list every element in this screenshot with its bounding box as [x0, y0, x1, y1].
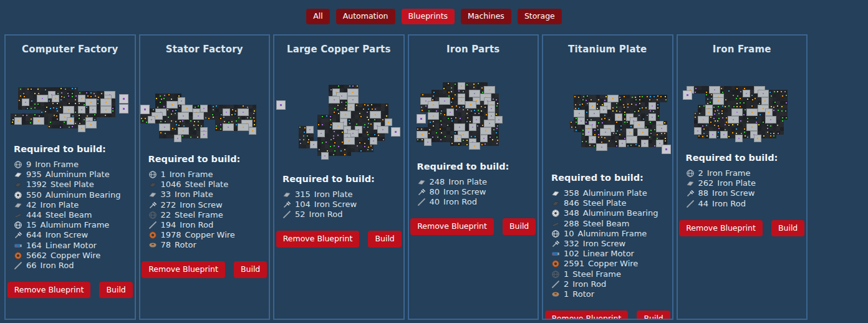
iron-plate-icon [282, 190, 291, 199]
requirement-row: 1 Steel Frame [551, 270, 666, 279]
iron-screw-icon [14, 231, 22, 239]
requirement-count: 444 [26, 211, 42, 219]
requirement-name: Steel Frame [175, 211, 223, 219]
requirement-count: 52 [295, 210, 306, 219]
linear-motor-icon [551, 249, 560, 258]
build-button[interactable]: Build [99, 282, 132, 299]
requirement-name: Iron Frame [35, 160, 79, 169]
build-button[interactable]: Build [637, 311, 670, 320]
requirement-name: Copper Wire [51, 251, 100, 260]
remove-blueprint-button[interactable]: Remove Blueprint [7, 282, 91, 299]
requirements-list: 315 Iron Plate 104 Iron Screw 52 Iron Ro… [282, 190, 397, 219]
requirement-count: 1046 [161, 180, 181, 189]
iron-plate-icon [417, 178, 426, 186]
filter-button-storage[interactable]: Storage [518, 9, 562, 24]
aluminum-plate-icon [551, 189, 560, 198]
requirement-row: 644 Iron Screw [14, 231, 128, 239]
requirement-name: Steel Frame [572, 270, 621, 279]
blueprint-preview-image [417, 82, 530, 153]
requirement-count: 10 [564, 229, 574, 238]
requirements-list: 9 Iron Frame 935 Aluminum Plate 1392 Ste… [14, 160, 128, 270]
remove-blueprint-button[interactable]: Remove Blueprint [410, 218, 494, 235]
build-button[interactable]: Build [771, 220, 804, 237]
blueprint-card: Iron Frame Required to build: 2 Iron Fra… [677, 34, 808, 320]
requirement-row: 1392 Steel Plate [14, 180, 128, 189]
requirement-row: 10 Aluminum Frame [551, 229, 666, 238]
copper-wire-icon [551, 259, 560, 268]
requirement-row: 22 Steel Frame [148, 211, 263, 219]
requirement-count: 44 [698, 200, 709, 208]
requirement-count: 272 [161, 201, 176, 210]
requirement-name: Iron Rod [443, 198, 477, 206]
requirement-count: 80 [430, 188, 440, 196]
requirement-name: Iron Screw [314, 200, 357, 209]
requirement-row: 44 Iron Rod [686, 200, 801, 208]
build-button[interactable]: Build [368, 231, 401, 248]
requirement-count: 332 [564, 239, 579, 248]
requirement-row: 2 Iron Frame [686, 169, 801, 178]
requirement-row: 248 Iron Plate [417, 178, 532, 186]
iron-screw-icon [551, 239, 560, 248]
requirement-name: Iron Screw [712, 189, 755, 198]
iron-frame-icon [148, 170, 157, 179]
requirement-name: Iron Screw [46, 231, 88, 239]
filter-button-blueprints[interactable]: Blueprints [402, 9, 455, 24]
requirements-list: 2 Iron Frame 262 Iron Plate 88 Iron Scre… [686, 169, 801, 208]
requirement-count: 1 [161, 170, 166, 179]
requirement-count: 104 [295, 200, 311, 209]
requirement-row: 1 Rotor [551, 290, 666, 299]
requirement-count: 15 [26, 221, 37, 229]
remove-blueprint-button[interactable]: Remove Blueprint [679, 220, 763, 237]
card-action-buttons: Remove Blueprint Build [410, 218, 536, 235]
requirement-count: 5662 [26, 251, 47, 260]
steel-beam-icon [551, 219, 560, 228]
requirement-name: Iron Rod [572, 280, 606, 289]
requirement-count: 9 [26, 160, 31, 169]
blueprint-card-list: Computer Factory Required to build: 9 Ir… [4, 34, 808, 320]
requirements-list: 248 Iron Plate 80 Iron Screw 40 Iron Rod [417, 178, 532, 206]
requirement-row: 104 Iron Screw [282, 200, 397, 209]
remove-blueprint-button[interactable]: Remove Blueprint [545, 311, 629, 320]
card-action-buttons: Remove Blueprint Build [679, 220, 804, 237]
iron-rod-icon [148, 221, 157, 229]
requirement-name: Steel Plate [583, 199, 627, 208]
requirement-count: 33 [161, 190, 171, 199]
steel-frame-icon [148, 211, 157, 219]
iron-frame-icon [14, 160, 22, 169]
build-button[interactable]: Build [503, 218, 536, 235]
requirements-block: Required to build: 2 Iron Frame 262 Iron… [678, 145, 807, 208]
filter-button-machines[interactable]: Machines [461, 9, 511, 24]
requirements-block: Required to build: 1 Iron Frame 1046 Ste… [140, 146, 269, 249]
steel-plate-icon [14, 180, 22, 189]
iron-rod-icon [551, 280, 560, 289]
iron-screw-icon [686, 189, 695, 198]
requirement-count: 42 [26, 201, 37, 210]
requirements-block: Required to build: 248 Iron Plate 80 Iro… [409, 153, 538, 206]
requirement-row: 88 Iron Screw [686, 189, 801, 198]
requirement-count: 1392 [26, 180, 47, 189]
requirement-name: Rotor [175, 241, 196, 249]
required-to-build-heading: Required to build: [417, 162, 532, 171]
remove-blueprint-button[interactable]: Remove Blueprint [142, 261, 225, 278]
requirement-count: 40 [430, 198, 440, 206]
requirement-count: 2 [698, 169, 703, 178]
blueprint-card-title: Iron Frame [713, 44, 771, 55]
requirement-row: 1 Iron Frame [148, 170, 263, 179]
requirement-name: Steel Beam [583, 219, 630, 228]
blueprint-preview-image [276, 85, 401, 166]
remove-blueprint-button[interactable]: Remove Blueprint [276, 231, 360, 248]
requirement-name: Copper Wire [185, 231, 235, 239]
blueprint-card-title: Large Copper Parts [287, 44, 391, 55]
copper-wire-icon [14, 251, 22, 260]
requirement-name: Aluminum Bearing [46, 191, 121, 200]
requirement-count: 194 [161, 221, 176, 229]
filter-button-automation[interactable]: Automation [336, 9, 395, 24]
requirement-name: Aluminum Plate [583, 189, 647, 198]
requirement-name: Aluminum Frame [41, 221, 110, 229]
filter-button-all[interactable]: All [306, 9, 330, 24]
required-to-build-heading: Required to build: [551, 173, 666, 183]
requirements-list: 358 Aluminum Plate 846 Steel Plate 348 A… [551, 189, 666, 299]
iron-plate-icon [686, 179, 695, 188]
build-button[interactable]: Build [234, 261, 267, 278]
requirement-row: 194 Iron Rod [148, 221, 263, 229]
